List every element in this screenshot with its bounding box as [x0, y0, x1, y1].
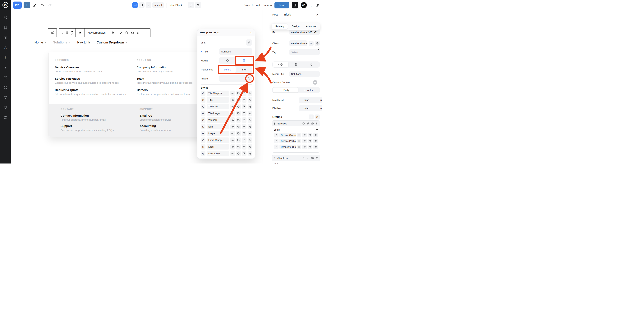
visibility-button[interactable]: [230, 131, 235, 136]
nav-item-custom-dropdown[interactable]: Custom Dropdown: [96, 41, 128, 44]
add-link-button[interactable]: +: [316, 128, 318, 131]
subtab-design[interactable]: Design: [288, 24, 304, 29]
mobile-preview-button[interactable]: [146, 2, 151, 8]
link-settings-button[interactable]: [297, 133, 301, 137]
duplicate-button[interactable]: [236, 151, 241, 156]
block-label[interactable]: Nav Dropdown: [85, 31, 109, 34]
menu-link[interactable]: Support: [60, 124, 130, 128]
comment-button[interactable]: [188, 2, 194, 8]
group-link-button[interactable]: [307, 122, 309, 125]
link-url-button[interactable]: [302, 145, 307, 149]
reset-button[interactable]: [248, 104, 252, 109]
style-name-field[interactable]: Title Icon: [206, 104, 229, 109]
style-paint-button[interactable]: [242, 104, 246, 109]
connect-link-icon[interactable]: [120, 31, 123, 34]
group-delete-button[interactable]: [316, 122, 318, 125]
reset-button[interactable]: [248, 124, 252, 129]
tab-post[interactable]: Post: [272, 13, 278, 18]
plugin-menu-button[interactable]: CƆ: [301, 2, 307, 8]
style-name-field[interactable]: Title Image: [206, 111, 229, 116]
frame-icon[interactable]: [4, 26, 8, 30]
duplicate-button[interactable]: [236, 111, 241, 116]
presentation-icon[interactable]: [4, 105, 8, 109]
reset-button[interactable]: [248, 117, 252, 123]
style-name-field[interactable]: Label Wrapper: [206, 137, 229, 143]
drag-handle-icon[interactable]: [66, 31, 68, 34]
state-badge[interactable]: normal: [152, 2, 164, 8]
style-name-field[interactable]: Image: [206, 131, 229, 136]
content-body-tab[interactable]: Body: [273, 87, 298, 92]
group-settings-button[interactable]: [302, 157, 305, 159]
style-paint-button[interactable]: [242, 117, 246, 123]
style-name-field[interactable]: Title Wrapper: [206, 91, 229, 96]
responsive-phone-icon[interactable]: [317, 47, 320, 50]
visibility-button[interactable]: [230, 151, 235, 156]
nav-item-nav-link[interactable]: Nav Link: [77, 41, 90, 44]
nav-section-icon[interactable]: [78, 31, 82, 34]
custom-content-toggle[interactable]: [313, 80, 318, 85]
drag-handle[interactable]: [274, 139, 278, 143]
group-image-button[interactable]: [311, 157, 314, 159]
reset-button[interactable]: [248, 144, 252, 150]
menu-link[interactable]: Request a Quote: [55, 88, 124, 92]
preview-button[interactable]: Preview: [262, 4, 272, 6]
redo-button[interactable]: [47, 2, 53, 8]
title-input[interactable]: Services: [219, 48, 252, 55]
link-title-field[interactable]: Service Packages: [280, 139, 296, 143]
duplicate-button[interactable]: [236, 91, 241, 96]
visibility-button[interactable]: [230, 144, 235, 150]
style-paint-button[interactable]: [242, 124, 246, 129]
block-options-icon[interactable]: ⋮: [145, 31, 148, 35]
blocks-library-icon[interactable]: [4, 16, 8, 20]
select-parent-button[interactable]: [48, 28, 57, 37]
duplicate-button[interactable]: [236, 124, 241, 129]
menu-link[interactable]: Team: [137, 77, 206, 80]
plugin-logo-button[interactable]: CƆ: [13, 1, 22, 8]
nav-item-solutions[interactable]: Solutions: [53, 41, 71, 44]
duplicate-button[interactable]: [236, 144, 241, 150]
visibility-button[interactable]: [230, 97, 235, 103]
reset-button[interactable]: [248, 151, 252, 156]
visibility-button[interactable]: [230, 91, 235, 96]
menu-title-input[interactable]: Solutions: [289, 71, 320, 77]
nav-item-home[interactable]: Home: [34, 41, 46, 44]
copy-groups-button[interactable]: C: [315, 114, 320, 119]
close-icon[interactable]: ✕: [250, 31, 252, 34]
id-field[interactable]: navdropdown-c3201a7: [289, 29, 320, 35]
image-input[interactable]: [219, 75, 252, 82]
tab-block[interactable]: Block: [284, 13, 291, 18]
cloud-icon[interactable]: [130, 31, 134, 35]
subtab-advanced[interactable]: Advanced: [304, 24, 320, 29]
update-button[interactable]: Update: [274, 2, 289, 8]
add-block-button[interactable]: +: [24, 2, 30, 8]
drag-handle-icon[interactable]: [274, 157, 276, 159]
link-delete-button[interactable]: [314, 133, 318, 137]
group-delete-button[interactable]: [316, 157, 318, 159]
duplicate-button[interactable]: [236, 97, 241, 103]
media-emoji-option[interactable]: [219, 57, 236, 64]
wordpress-menu-button[interactable]: W: [0, 0, 11, 10]
duplicate-button[interactable]: [236, 137, 241, 143]
dividers-toggle[interactable]: falsetrue: [299, 105, 322, 111]
typography-icon[interactable]: A: [4, 46, 8, 50]
style-paint-button[interactable]: [242, 144, 246, 150]
menu-link[interactable]: Company Information: [137, 66, 206, 69]
reset-button[interactable]: [248, 97, 252, 103]
link-title-field[interactable]: Service Overview: [280, 133, 296, 137]
group-card-header[interactable]: Services: [272, 121, 320, 126]
loop-icon[interactable]: [4, 115, 8, 119]
group-settings-button[interactable]: [302, 122, 305, 125]
class-field[interactable]: navdropdown-c529a: [289, 40, 308, 46]
mode-settings-tab[interactable]: [273, 62, 288, 67]
reset-button[interactable]: [248, 131, 252, 136]
connections-button[interactable]: [195, 2, 201, 8]
visibility-button[interactable]: [230, 137, 235, 143]
link-url-button[interactable]: [302, 139, 307, 143]
style-name-field[interactable]: Icon: [206, 124, 229, 129]
desktop-preview-button[interactable]: [132, 2, 138, 8]
style-paint-button[interactable]: [242, 91, 246, 96]
trash-icon[interactable]: [136, 31, 140, 34]
class-copy-button[interactable]: ≋: [308, 41, 314, 46]
style-paint-button[interactable]: [242, 97, 246, 103]
block-switcher-icon[interactable]: [61, 31, 64, 34]
